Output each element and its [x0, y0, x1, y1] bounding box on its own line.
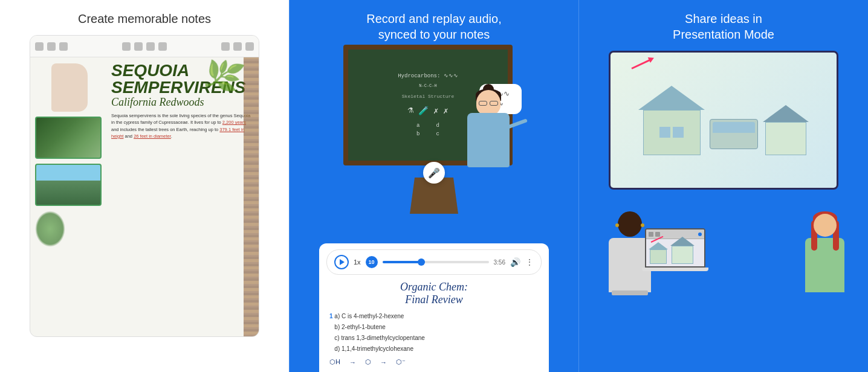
teacher-head [476, 90, 500, 115]
note-screenshot: 🌿 SEQUOIA SEMPERVIRENS California Redwoo… [30, 35, 259, 337]
middle-content: Hydrocarbons: ∿∿∿ N-C-C-H Skeletal Struc… [290, 51, 578, 372]
progress-dot [418, 258, 425, 266]
presenter-figure [805, 211, 844, 292]
note-left-column [30, 57, 109, 336]
panel-right: Share ideas inShare ideas in Presentatio… [579, 0, 868, 372]
house-2 [763, 105, 809, 155]
play-button[interactable] [334, 255, 349, 269]
volume-icon[interactable]: 🔊 [510, 257, 520, 267]
play-triangle-icon [340, 259, 345, 265]
mic-button[interactable]: 🎤 [423, 162, 445, 184]
audio-bar: 1x 10 3:56 🔊 ⋮ [326, 249, 542, 275]
time-badge: 10 [366, 256, 378, 268]
chem-note: Organic Chem:Final Review 1 a) C is 4-me… [326, 281, 542, 366]
pen-icon[interactable] [134, 42, 143, 51]
right-content [579, 51, 868, 372]
undo-icon[interactable] [59, 42, 68, 51]
audience-area [597, 196, 850, 292]
note-body-text: Sequoia sempervirens is the sole living … [111, 112, 253, 140]
molecule-diagrams: ⬡H → ⬡ → ⬡⁻ [329, 358, 539, 366]
audio-note-panel: 1x 10 3:56 🔊 ⋮ Organic Chem:Final Review… [319, 243, 549, 372]
photo-forest [35, 117, 102, 159]
arrow-annotation-small [651, 242, 664, 243]
text-icon[interactable] [122, 42, 131, 51]
photo-landscape [35, 164, 102, 206]
eraser-icon[interactable] [158, 42, 167, 51]
presentation-screen [609, 51, 838, 190]
panel-left-title: Create memorable notes [66, 0, 223, 35]
add-icon[interactable] [233, 42, 242, 51]
houses-illustration-large [632, 80, 815, 161]
arrow-annotation-large [632, 68, 653, 69]
mic-icon: 🎤 [428, 167, 440, 179]
chem-note-title: Organic Chem:Final Review [329, 281, 539, 306]
fern-decoration [35, 211, 65, 247]
more-icon[interactable]: ⋮ [525, 257, 534, 267]
panel-middle-title: Record and replay audio,synced to your n… [354, 0, 513, 51]
panel-right-title: Share ideas inShare ideas in Presentatio… [661, 0, 786, 51]
teacher-illustration: Hydrocarbons: ∿∿∿ N-C-C-H Skeletal Struc… [331, 45, 537, 220]
laptop-device [645, 228, 705, 271]
note-toolbar [30, 36, 259, 57]
shape-icon[interactable] [146, 42, 155, 51]
mic-icon[interactable] [221, 42, 230, 51]
california-redwoods: California Redwoods [111, 96, 253, 109]
progress-bar[interactable] [383, 261, 489, 263]
note-footer: ☀️ SUN 💧 MOISTURE ❤️ CARE 🌸 FLOWER [30, 336, 259, 337]
california-shape [51, 63, 88, 112]
house-1 [638, 86, 705, 155]
screen-inner [611, 53, 837, 188]
note-right-column: 🌿 SEQUOIA SEMPERVIRENS California Redwoo… [109, 57, 259, 336]
time-display: 3:56 [494, 259, 505, 266]
note-content: 🌿 SEQUOIA SEMPERVIRENS California Redwoo… [30, 57, 259, 336]
back-icon[interactable] [35, 42, 44, 51]
share-icon[interactable] [47, 42, 56, 51]
menu-icon[interactable] [245, 42, 254, 51]
truck-illustration [710, 119, 758, 149]
wood-texture [244, 57, 259, 336]
teacher-body [467, 113, 510, 167]
playback-speed[interactable]: 1x [354, 258, 361, 266]
panel-left: Create memorable notes [0, 0, 289, 372]
teacher-figure: ∿∿∿∿∿ [452, 90, 525, 211]
panel-middle: Record and replay audio,synced to your n… [289, 0, 579, 372]
chem-list: 1 a) C is 4-methyl-2-hexene b) 2-ethyl-1… [329, 311, 539, 354]
